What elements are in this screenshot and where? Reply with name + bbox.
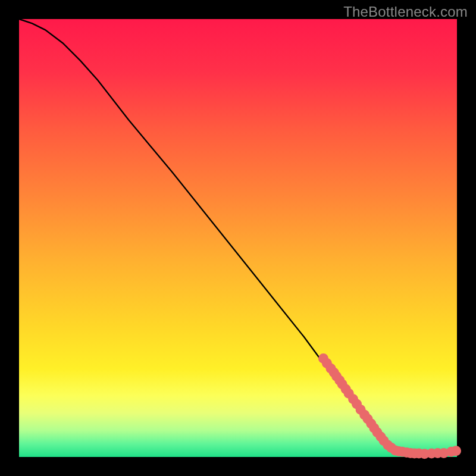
scatter-point [451,446,461,456]
chart-svg [0,0,476,476]
chart-stage: TheBottleneck.com [0,0,476,476]
plot-background [19,19,457,457]
attribution-label: TheBottleneck.com [343,4,468,20]
